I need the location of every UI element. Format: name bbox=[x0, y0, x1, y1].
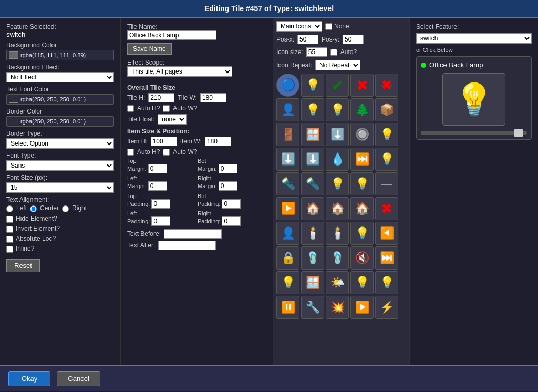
tile-h-input[interactable] bbox=[148, 93, 174, 102]
icon-cell[interactable]: 🔇 bbox=[350, 246, 374, 270]
effect-scope-select[interactable]: This tile, All pages All tiles, All page… bbox=[127, 66, 232, 77]
text-before-input[interactable] bbox=[164, 229, 222, 239]
item-w-input[interactable] bbox=[205, 137, 231, 146]
icon-cell[interactable]: 🔦 bbox=[301, 172, 324, 195]
icon-cell[interactable]: ⏸️ bbox=[276, 296, 299, 319]
right-padding-input[interactable] bbox=[222, 216, 241, 226]
icon-cell[interactable]: 💡 bbox=[326, 172, 349, 195]
icon-cell[interactable]: 🌲 bbox=[350, 98, 374, 121]
align-left-radio[interactable] bbox=[6, 205, 13, 212]
icon-cell[interactable]: 🚪 bbox=[276, 123, 299, 146]
icon-size-input[interactable] bbox=[306, 47, 327, 57]
icon-cell[interactable]: 🔧 bbox=[301, 296, 324, 319]
none-checkbox[interactable] bbox=[325, 23, 332, 30]
icon-cell[interactable]: ✔ bbox=[326, 74, 349, 97]
top-padding-input[interactable] bbox=[151, 199, 170, 209]
icon-cell[interactable]: 💡 bbox=[276, 271, 299, 294]
icon-cell[interactable]: 🔒 bbox=[276, 246, 299, 270]
pos-x-input[interactable] bbox=[297, 35, 318, 44]
icon-cell[interactable]: ⏭️ bbox=[375, 246, 398, 270]
icon-cell[interactable]: ⬇️ bbox=[301, 148, 324, 171]
border-color-value: rgba(250, 250, 250, 0.01) bbox=[20, 118, 86, 125]
invert-element-checkbox[interactable] bbox=[6, 226, 13, 233]
icon-cell[interactable]: ◀️ bbox=[375, 222, 398, 245]
bot-margin-input[interactable] bbox=[219, 164, 237, 173]
font-size-select[interactable]: 101214151618 bbox=[6, 182, 114, 193]
hide-element-checkbox[interactable] bbox=[6, 216, 13, 223]
icon-cell[interactable]: 🩴 bbox=[301, 246, 324, 270]
icon-cell[interactable]: 💡 bbox=[375, 148, 398, 171]
auto-w-checkbox[interactable] bbox=[163, 105, 170, 112]
pos-y-input[interactable] bbox=[343, 35, 364, 44]
icon-cell[interactable]: 📦 bbox=[375, 98, 398, 121]
border-type-select[interactable]: Select Option Solid Dashed Dotted bbox=[6, 138, 114, 149]
icon-cell[interactable]: 🔦 bbox=[276, 172, 299, 195]
icon-cell[interactable]: 🏠 bbox=[326, 197, 349, 220]
reset-button[interactable]: Reset bbox=[6, 259, 40, 272]
icon-cell[interactable]: ⬇️ bbox=[276, 148, 299, 171]
icon-cell[interactable]: 💡 bbox=[350, 172, 374, 195]
tile-float-select[interactable]: noneleftright bbox=[158, 114, 187, 125]
top-margin-input[interactable] bbox=[148, 164, 167, 173]
absolute-loc-checkbox[interactable] bbox=[6, 236, 13, 243]
inline-checkbox[interactable] bbox=[6, 246, 13, 253]
select-feature-select[interactable]: switch level contact bbox=[416, 33, 532, 44]
icon-cell[interactable]: ▶️ bbox=[276, 197, 299, 220]
icon-cell[interactable]: 💡 bbox=[350, 222, 374, 245]
left-padding-input[interactable] bbox=[151, 216, 170, 226]
icon-cell[interactable]: 🕯️ bbox=[301, 222, 324, 245]
icon-cell[interactable]: ✖ bbox=[350, 74, 374, 97]
left-margin-input[interactable] bbox=[148, 181, 167, 191]
align-center-radio[interactable] bbox=[30, 205, 37, 212]
feature-selected-label: Feature Selected: bbox=[6, 23, 114, 30]
item-auto-w-checkbox[interactable] bbox=[163, 149, 170, 156]
cancel-button[interactable]: Cancel bbox=[57, 371, 100, 386]
icon-cell[interactable]: 🏠 bbox=[301, 197, 324, 220]
bg-color-row: rgba(115, 111, 111, 0.89) bbox=[6, 50, 114, 60]
icon-cell[interactable]: ✖ bbox=[375, 197, 398, 220]
item-auto-h-checkbox[interactable] bbox=[127, 149, 134, 156]
icon-cell[interactable]: ⚡ bbox=[375, 296, 398, 319]
text-after-input[interactable] bbox=[158, 241, 216, 250]
icon-cell[interactable]: 🏠 bbox=[350, 197, 374, 220]
icon-cell[interactable]: 🪟 bbox=[301, 123, 324, 146]
icon-cell[interactable]: 🔵 bbox=[276, 74, 299, 97]
icon-cell[interactable]: 🪟 bbox=[301, 271, 324, 294]
icon-cell[interactable]: 🕯️ bbox=[326, 222, 349, 245]
right-margin-input[interactable] bbox=[219, 181, 237, 191]
icon-cell[interactable]: ✖ bbox=[375, 74, 398, 97]
icon-cell[interactable]: 💡 bbox=[326, 98, 349, 121]
icon-cell[interactable]: ▶️ bbox=[350, 296, 374, 319]
auto-h-checkbox[interactable] bbox=[127, 105, 134, 112]
align-right-radio[interactable] bbox=[62, 205, 69, 212]
icon-repeat-select[interactable]: No Repeat Repeat Repeat-X Repeat-Y bbox=[315, 60, 360, 70]
tile-name-input[interactable] bbox=[127, 30, 216, 40]
icon-cell[interactable]: 💥 bbox=[326, 296, 349, 319]
icon-cell[interactable]: 🔘 bbox=[350, 123, 374, 146]
bot-padding-input[interactable] bbox=[222, 199, 241, 209]
slider-thumb bbox=[514, 129, 523, 137]
icon-cell[interactable]: 💡 bbox=[375, 271, 398, 294]
main-icons-select[interactable]: Main Icons bbox=[276, 21, 322, 32]
item-h-input[interactable] bbox=[151, 137, 177, 146]
icon-cell[interactable]: ⬇️ bbox=[326, 123, 349, 146]
icon-cell[interactable]: 💧 bbox=[326, 148, 349, 171]
okay-button[interactable]: Okay bbox=[8, 371, 50, 386]
icon-cell[interactable]: 💡 bbox=[350, 271, 374, 294]
icon-cell[interactable]: 💡 bbox=[301, 98, 324, 121]
bg-effect-select[interactable]: No Effect Fade Slide bbox=[6, 72, 114, 82]
icon-cell[interactable]: 👤 bbox=[276, 98, 299, 121]
icon-cell[interactable]: — bbox=[375, 172, 398, 195]
tile-w-input[interactable] bbox=[200, 93, 226, 102]
icon-cell[interactable]: 🩴 bbox=[326, 246, 349, 270]
save-name-button[interactable]: Save Name bbox=[127, 43, 172, 55]
icon-cell[interactable]: ⏭️ bbox=[350, 148, 374, 171]
icon-cell[interactable]: 💡 bbox=[375, 123, 398, 146]
item-auto-w-label: Auto W? bbox=[173, 148, 197, 156]
font-type-select[interactable]: Sans Serif Monospace bbox=[6, 160, 114, 171]
icon-cell[interactable]: 💡 bbox=[301, 74, 324, 97]
icon-cell[interactable]: 🌤️ bbox=[326, 271, 349, 294]
icon-cell[interactable]: 👤 bbox=[276, 222, 299, 245]
preview-slider[interactable] bbox=[421, 131, 527, 135]
auto-checkbox[interactable] bbox=[330, 49, 337, 56]
